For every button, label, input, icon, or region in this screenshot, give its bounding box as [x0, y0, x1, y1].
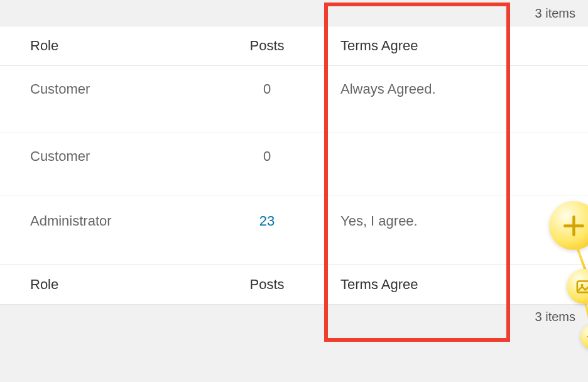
cell-role: Administrator: [0, 195, 214, 265]
table-row[interactable]: Administrator 23 Yes, I agree.: [0, 195, 588, 265]
cell-posts[interactable]: 23: [214, 195, 320, 265]
cell-role: Customer: [0, 66, 214, 133]
footer-terms[interactable]: Terms Agree: [320, 265, 496, 305]
header-posts[interactable]: Posts: [214, 26, 320, 66]
table-footer-row: Role Posts Terms Agree: [0, 265, 588, 305]
cell-role: Customer: [0, 133, 214, 195]
cell-terms: Always Agreed.: [320, 66, 496, 133]
footer-role[interactable]: Role: [0, 265, 214, 305]
header-spacer: [496, 26, 588, 66]
cell-posts: 0: [214, 133, 320, 195]
cell-posts: 0: [214, 66, 320, 133]
items-count-top: 3 items: [0, 0, 588, 26]
cell-terms: [320, 133, 496, 195]
table-row[interactable]: Customer 0: [0, 133, 588, 195]
header-terms[interactable]: Terms Agree: [320, 26, 496, 66]
footer-posts[interactable]: Posts: [214, 265, 320, 305]
cell-terms: Yes, I agree.: [320, 195, 496, 265]
items-count-bottom: 3 items: [0, 305, 588, 330]
users-table: Role Posts Terms Agree Customer 0 Always…: [0, 26, 588, 305]
table-row[interactable]: Customer 0 Always Agreed.: [0, 66, 588, 133]
header-role[interactable]: Role: [0, 26, 214, 66]
table-header-row: Role Posts Terms Agree: [0, 26, 588, 66]
posts-link: 23: [259, 213, 275, 229]
